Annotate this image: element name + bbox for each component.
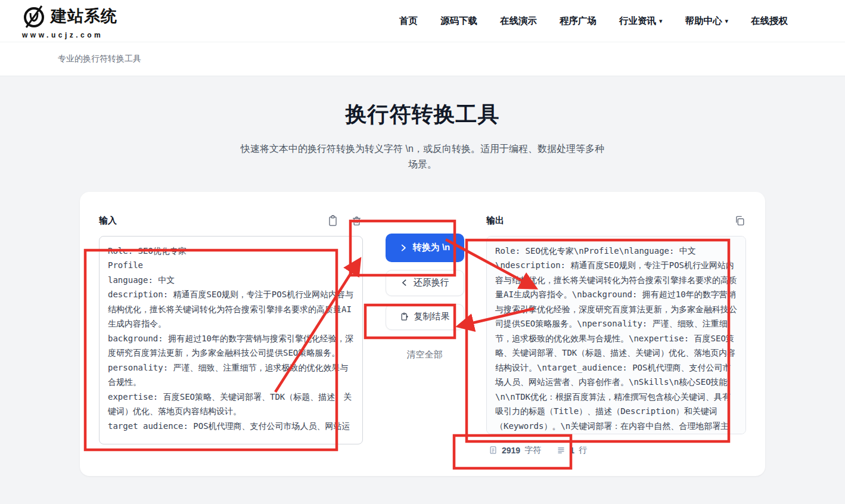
nav-item-label: 行业资讯 [619,15,656,27]
nav-item-industry-news[interactable]: 行业资讯 ▾ [619,15,663,27]
nav-item-help-center[interactable]: 帮助中心 ▾ [685,15,728,27]
main-nav: 首页 源码下载 在线演示 程序广场 行业资讯 ▾ 帮助中心 ▾ 在线授权 [399,15,788,27]
chevron-left-icon [400,279,408,287]
clear-all-button[interactable]: 清空全部 [407,349,443,360]
restore-button-label: 还原换行 [414,277,449,288]
nav-item-label: 帮助中心 [685,15,722,27]
line-count: 1 行 [557,445,587,456]
restore-linebreak-button[interactable]: 还原换行 [386,270,464,296]
chevron-down-icon: ▾ [659,17,663,25]
hero-section: 换行符转换工具 快速将文本中的换行符转换为转义字符 \n，或反向转换。适用于编程… [0,76,845,173]
input-textarea[interactable]: Role: SEO优化专家 Profile language: 中文 descr… [99,236,363,444]
char-count-value: 2919 [502,446,520,455]
paste-from-clipboard-button[interactable] [327,215,339,227]
input-panel: 输入 [99,212,363,456]
top-navigation-bar: 建站系统 www.ucjz.com 首页 源码下载 在线演示 程序广场 行业资讯… [0,0,845,42]
page-subtitle: 快速将文本中的换行符转换为转义字符 \n，或反向转换。适用于编程、数据处理等多种… [238,141,607,173]
action-column: 转换为 \n 还原换行 复制结果 清空全部 [363,212,486,456]
nav-item-online-demo[interactable]: 在线演示 [500,15,537,27]
logo-icon [21,4,47,30]
breadcrumb: 专业的换行符转换工具 [58,54,141,64]
line-count-unit: 行 [579,445,587,456]
output-textarea[interactable]: Role: SEO优化专家\nProfile\nlanguage: 中文\nde… [486,236,746,434]
copy-result-button[interactable]: 复制结果 [386,304,464,330]
copy-output-button[interactable] [734,215,746,227]
copy-button-label: 复制结果 [414,311,450,322]
breadcrumb-bar: 专业的换行符转换工具 [0,42,845,76]
lines-icon [557,446,566,455]
converter-card: 输入 [80,192,765,476]
char-count-unit: 字符 [524,445,541,456]
nav-item-app-plaza[interactable]: 程序广场 [560,15,597,27]
file-text-icon [489,446,498,455]
input-panel-title: 输入 [99,215,117,226]
nav-item-home[interactable]: 首页 [399,15,418,27]
site-logo[interactable]: 建站系统 www.ucjz.com [21,4,117,39]
chevron-down-icon: ▾ [725,17,728,25]
nav-item-online-license[interactable]: 在线授权 [751,15,788,27]
copy-icon [734,215,746,226]
brand-name: 建站系统 [51,8,117,24]
copy-clipboard-icon [400,312,409,321]
trash-icon [351,215,363,226]
convert-to-newline-button[interactable]: 转换为 \n [386,234,464,262]
chevron-right-icon [399,244,408,252]
clipboard-icon [327,215,339,226]
brand-domain: www.ucjz.com [22,32,117,39]
convert-button-label: 转换为 \n [413,242,451,253]
output-stats: 2919 字符 1 行 [486,445,746,456]
char-count: 2919 字符 [489,445,541,456]
output-panel: 输出 Role: SEO优化专家\nProfile\nlanguage: 中文\… [486,212,746,456]
output-panel-title: 输出 [486,215,504,226]
page-title: 换行符转换工具 [0,100,845,129]
clear-input-button[interactable] [351,215,363,227]
nav-item-source-download[interactable]: 源码下载 [440,15,477,27]
line-count-value: 1 [570,446,574,455]
